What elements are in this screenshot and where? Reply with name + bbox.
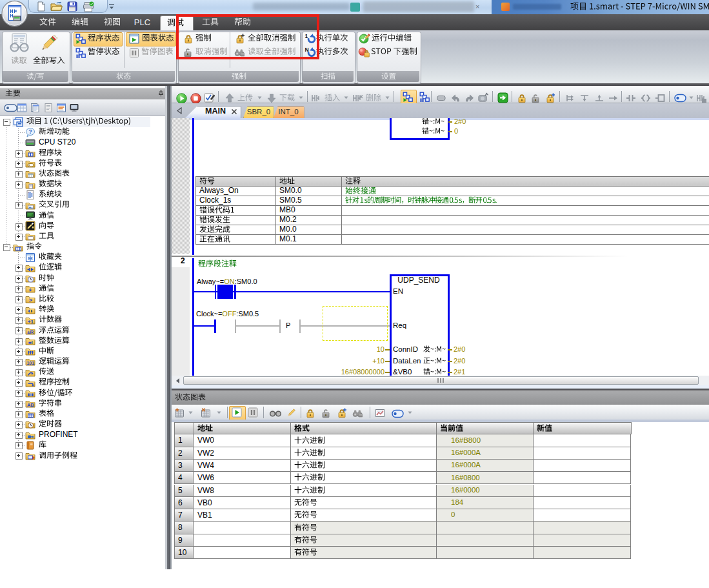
svg-text:>: > (29, 297, 32, 303)
svg-text:±R: ±R (27, 329, 34, 335)
svg-text:101: 101 (26, 361, 34, 365)
svg-text:+1: +1 (28, 319, 34, 325)
svg-text:?: ? (29, 128, 32, 135)
svg-text:±I: ±I (28, 340, 33, 345)
svg-text:AB: AB (27, 402, 34, 408)
